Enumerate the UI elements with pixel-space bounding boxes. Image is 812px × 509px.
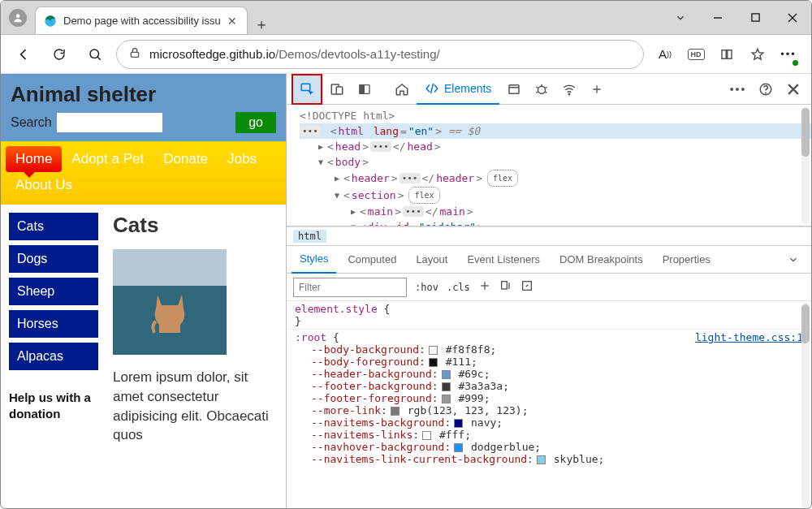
css-property[interactable]: --body-background: #f8f8f8;: [295, 343, 803, 356]
browser-toolbar: microsoftedge.github.io/Demos/devtools-a…: [1, 35, 811, 74]
minimize-button[interactable]: [699, 1, 736, 35]
network-tab-icon[interactable]: [556, 76, 582, 102]
css-property[interactable]: --header-background: #69c;: [295, 368, 803, 380]
svg-rect-26: [501, 282, 507, 289]
tab-layout[interactable]: Layout: [408, 246, 456, 274]
svg-rect-13: [360, 84, 364, 93]
nav-home[interactable]: Home: [6, 146, 62, 172]
welcome-tab[interactable]: [389, 76, 415, 102]
breadcrumb[interactable]: html: [287, 226, 811, 246]
more-menu-button[interactable]: •••: [774, 40, 803, 69]
css-property[interactable]: --footer-foreground: #999;: [295, 392, 803, 404]
styles-tabbar: Styles Computed Layout Event Listeners D…: [287, 246, 811, 274]
svg-line-7: [97, 57, 101, 60]
go-button[interactable]: go: [235, 112, 276, 133]
dom-scrollbar[interactable]: [801, 106, 810, 224]
sidebar-dogs[interactable]: Dogs: [9, 245, 98, 273]
source-link[interactable]: light-theme.css:1: [695, 331, 803, 343]
back-button[interactable]: [9, 40, 38, 69]
new-tab-button[interactable]: ＋: [248, 15, 275, 34]
page-title: Animal shelter: [11, 82, 276, 107]
address-bar[interactable]: microsoftedge.github.io/Demos/devtools-a…: [116, 40, 644, 69]
devtools-close-button[interactable]: [780, 76, 806, 102]
css-property[interactable]: --navhover-background: dodgerblue;: [295, 441, 803, 453]
svg-rect-9: [301, 84, 310, 90]
nav-donate[interactable]: Donate: [153, 146, 218, 172]
avatar-icon: [9, 9, 27, 27]
tab-title: Demo page with accessibility issu: [63, 15, 221, 27]
primary-nav: Home Adopt a Pet Donate Jobs About Us: [1, 141, 286, 205]
styles-rules[interactable]: element.style { } light-theme.css:1 :roo…: [287, 301, 811, 509]
new-style-rule-button[interactable]: [478, 279, 491, 295]
svg-rect-14: [509, 84, 519, 93]
window-titlebar: Demo page with accessibility issu ✕ ＋: [1, 1, 811, 35]
css-property[interactable]: --navitems-links: #fff;: [295, 429, 803, 441]
help-button[interactable]: [753, 76, 779, 102]
maximize-button[interactable]: [736, 1, 774, 35]
tab-event-listeners[interactable]: Event Listeners: [459, 246, 548, 274]
favicon-icon: [44, 15, 57, 28]
donation-callout: Help us with a donation: [9, 390, 98, 423]
search-button[interactable]: [80, 40, 110, 69]
sidebar-horses[interactable]: Horses: [9, 310, 98, 338]
svg-point-17: [569, 93, 571, 95]
read-aloud-button[interactable]: A)): [650, 40, 680, 69]
dock-side-button[interactable]: [352, 76, 378, 102]
sidebar-sheep[interactable]: Sheep: [9, 278, 98, 305]
tab-styles[interactable]: Styles: [292, 246, 336, 274]
content-heading: Cats: [113, 213, 278, 238]
more-tabs-button[interactable]: [584, 76, 610, 102]
styles-expand-button[interactable]: [780, 247, 806, 273]
css-property[interactable]: --navitems-link-current-background: skyb…: [295, 453, 803, 465]
svg-rect-8: [131, 52, 138, 57]
devtools-more-button[interactable]: •••: [725, 76, 751, 102]
url-text: microsoftedge.github.io/Demos/devtools-a…: [149, 47, 632, 61]
nav-about[interactable]: About Us: [6, 172, 82, 198]
styles-filter-input[interactable]: [293, 278, 407, 297]
elements-tab[interactable]: Elements: [417, 74, 499, 105]
sources-tab-icon[interactable]: [501, 76, 527, 102]
css-property[interactable]: --body-foreground: #111;: [295, 356, 803, 368]
svg-point-6: [90, 50, 99, 58]
cls-toggle[interactable]: .cls: [447, 282, 470, 293]
reading-list-button[interactable]: [712, 40, 741, 69]
site-search-input[interactable]: [57, 113, 162, 132]
devtools-panel: Elements ••• <!DOCTYPE html> ••• <html l…: [287, 74, 811, 509]
inspect-element-button[interactable]: [292, 74, 322, 105]
svg-point-16: [538, 86, 546, 93]
tab-close-button[interactable]: ✕: [227, 15, 239, 27]
tab-dom-breakpoints[interactable]: DOM Breakpoints: [551, 246, 651, 274]
lock-icon: [128, 46, 141, 62]
search-label: Search: [11, 115, 52, 130]
device-toolbar-button[interactable]: [324, 76, 350, 102]
profile-button[interactable]: [1, 1, 35, 34]
sidebar-alpacas[interactable]: Alpacas: [9, 343, 98, 370]
lorem-text: Lorem ipsum dolor, sit amet consectetur …: [113, 368, 278, 445]
css-property[interactable]: --footer-background: #3a3a3a;: [295, 380, 803, 392]
hov-toggle[interactable]: :hov: [415, 282, 438, 293]
computed-toggle-icon[interactable]: [499, 279, 512, 295]
css-property[interactable]: --navitems-background: navy;: [295, 416, 803, 429]
cat-image: [113, 249, 227, 355]
close-window-button[interactable]: [774, 1, 811, 35]
toggle-panel-icon[interactable]: [520, 279, 533, 295]
tab-computed[interactable]: Computed: [339, 246, 404, 274]
svg-rect-3: [751, 14, 758, 21]
dom-tree[interactable]: <!DOCTYPE html> ••• <html lang="en">== $…: [287, 105, 811, 226]
bug-tab-icon[interactable]: [529, 76, 555, 102]
css-property[interactable]: --more-link: rgb(123, 123, 123);: [295, 404, 803, 416]
rendered-page: Animal shelter Search go Home Adopt a Pe…: [1, 74, 287, 509]
svg-point-21: [766, 93, 767, 93]
svg-rect-11: [336, 87, 343, 94]
refresh-button[interactable]: [45, 40, 74, 69]
browser-tab[interactable]: Demo page with accessibility issu ✕: [35, 6, 248, 34]
nav-adopt[interactable]: Adopt a Pet: [62, 146, 153, 172]
styles-scrollbar[interactable]: [801, 303, 810, 508]
tab-properties[interactable]: Properties: [654, 246, 719, 274]
hd-button[interactable]: HD: [681, 40, 710, 69]
svg-point-0: [16, 14, 20, 18]
tabs-dropdown-button[interactable]: [662, 1, 699, 35]
favorites-button[interactable]: [743, 40, 772, 69]
nav-jobs[interactable]: Jobs: [218, 146, 266, 172]
sidebar-cats[interactable]: Cats: [9, 213, 98, 240]
